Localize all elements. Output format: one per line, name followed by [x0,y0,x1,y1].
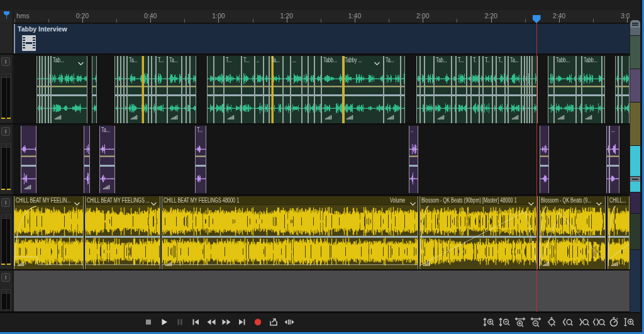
waveform-canvas [14,55,630,123]
track-header-video [0,23,13,53]
clip-name-label: T... [197,126,203,133]
pause-button[interactable] [173,315,187,329]
track-header-dialogue-track: I [0,55,13,123]
zoom-in-vertical-button[interactable] [482,315,496,329]
navigator-track-color-segment [630,28,640,36]
clip-name-label: Tabb... [556,57,570,64]
play-button[interactable] [157,315,171,329]
fast-forward-button[interactable] [219,315,233,329]
track-content-empty-selected-track[interactable] [14,270,630,311]
ruler-minor-tick [525,19,526,23]
ruler-major-tick [287,18,287,23]
clip-name-label: Tab... [436,57,447,64]
rewind-button[interactable] [204,315,218,329]
playhead-line [536,23,538,312]
ruler-major-tick [423,18,423,23]
clip-name-label: Ta... [271,57,280,64]
clip-dropdown-chevron-icon[interactable] [150,198,157,203]
meter-peak-indicator [1,189,11,190]
clip-name-label: Ta... [386,57,394,64]
clip-name-label: CHILL BEAT MY FEELINGS ... [87,197,150,204]
record-button[interactable] [251,315,265,329]
zoom-out-point-button[interactable] [577,315,591,329]
clip-name-label: Tabb... [584,57,597,64]
track-content-video[interactable]: Tabby Interview [14,23,630,53]
zoom-in-amplitude-button[interactable] [622,315,636,329]
marker-well[interactable] [0,10,13,23]
input-monitor-button[interactable]: I [1,198,10,207]
loop-playback-button[interactable] [267,315,280,329]
ruler-unit-label: hms [16,12,30,19]
input-monitor-button[interactable]: I [1,273,10,282]
filmstrip-icon [22,35,36,51]
clip-name-label: Tabby ... [345,57,362,64]
zoom-in-point-button[interactable] [560,315,574,329]
clip-envelope-selector-label[interactable]: Volume [390,197,405,204]
ruler-major-tick [82,18,83,23]
track-level-meter [1,289,11,310]
playhead-to-next-button[interactable] [235,315,249,329]
scrollbar-handle-bottom-grip[interactable] [630,177,640,182]
navigator-track-color-segment [630,69,640,103]
stop-button[interactable] [142,315,155,329]
clip-dropdown-chevron-icon[interactable] [74,198,80,203]
clip-name-label: CHILL BEAT MY FEELIN... [16,197,70,204]
video-clip-label: Tabby Interview [18,25,67,33]
ruler-minor-tick [593,19,594,23]
marker-pin-stem [6,15,8,19]
input-monitor-button[interactable]: I [1,127,10,136]
vertical-scrollbar[interactable] [630,19,640,313]
ruler-major-tick [218,18,219,23]
clip-name-label: T... [498,57,502,64]
ruler-time-label: 3:00 [621,12,630,19]
clip-dropdown-chevron-icon[interactable] [374,57,380,62]
ruler-major-tick [559,18,560,23]
clip-name-label: Ta... [101,126,110,133]
waveform-canvas [14,196,630,269]
ruler-minor-tick [48,19,49,23]
playhead-to-previous-button[interactable] [189,315,203,329]
scrollbar-handle-top-grip[interactable] [630,20,640,28]
navigator-track-color-segment [630,103,640,146]
clip-name-label: Ta... [510,57,519,64]
ruler-minor-tick [253,19,253,23]
zoom-in-horizontal-button[interactable] [513,315,527,329]
clip-dropdown-chevron-icon[interactable] [596,198,602,203]
zoom-selection-duration-button[interactable] [607,315,621,329]
clip-dropdown-chevron-icon[interactable] [77,57,84,62]
clip-name-label: T... [473,57,477,64]
clip-name-label: Ta... [129,57,138,64]
clip-name-label: .. [411,126,413,133]
meter-peak-indicator [1,118,11,119]
navigator-track-color-segment [630,182,640,192]
track-content-music-track[interactable]: CHILL BEAT MY FEELIN...CHILL BEAT MY FEE… [14,196,630,269]
zoom-selection-button[interactable] [592,315,606,329]
clip-name-label: ... [611,126,615,133]
navigator-track-color-segment [630,214,640,250]
multitrack-editor-panel: hms 0:200:401:001:201:402:002:202:403:00… [0,0,644,334]
clip-name-label: CHILL... [609,197,626,204]
ruler-minor-tick [389,19,389,23]
track-content-dialogue-track[interactable]: Tab...Ta...T...Ta...T...T.....Ta......Ta… [14,55,630,123]
track-level-meter [1,74,11,119]
track-level-meter [1,143,11,190]
input-monitor-button[interactable]: I [1,57,10,66]
ruler-minor-tick [116,19,117,23]
navigator-track-color-segment [630,250,640,313]
skip-selection-button[interactable] [282,315,296,329]
ruler-minor-tick [457,19,457,23]
track-header-empty-selected-track: I [0,270,13,311]
clip-dropdown-chevron-icon[interactable] [528,198,535,203]
lane-empty-selected-track: I [0,270,630,313]
ruler-minor-tick [14,19,15,23]
ruler-minor-tick [321,19,321,23]
lane-music-track: ICHILL BEAT MY FEELIN...CHILL BEAT MY FE… [0,196,630,270]
zoom-out-vertical-button[interactable] [497,315,511,329]
zoom-reset-button[interactable] [545,315,558,329]
track-header-ambience-track: I [0,125,13,194]
track-content-ambience-track[interactable]: Ta...T........ [14,125,630,194]
clip-envelope-chevron-icon[interactable] [409,198,416,203]
clip-name-label: Blossom - QK Beats (9... [541,197,591,204]
zoom-out-horizontal-button[interactable] [529,315,543,329]
video-clip[interactable]: Tabby Interview [14,24,630,53]
